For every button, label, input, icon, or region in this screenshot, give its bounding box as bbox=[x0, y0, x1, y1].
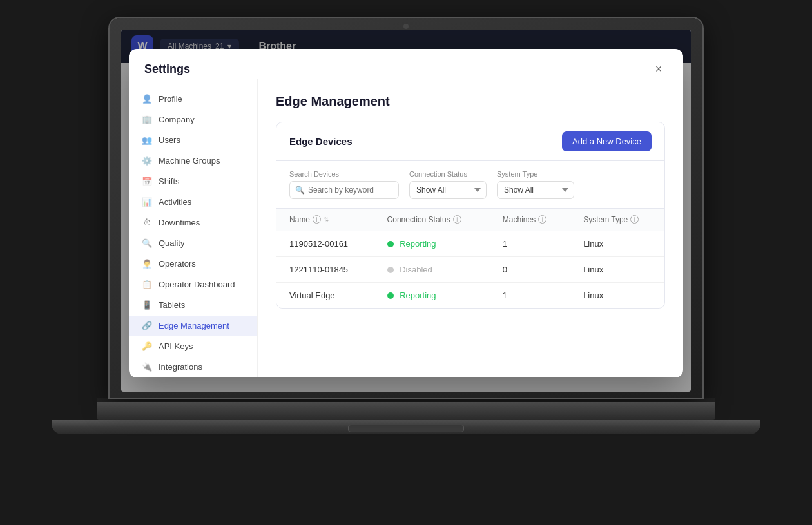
sidebar-item-downtimes[interactable]: ⏱ Downtimes bbox=[129, 213, 257, 233]
cell-machines-0: 1 bbox=[490, 231, 570, 256]
sidebar-icon-downtimes: ⏱ bbox=[142, 218, 152, 228]
sidebar-icon-api-keys: 🔑 bbox=[142, 341, 152, 352]
sidebar-label-company: Company bbox=[159, 115, 195, 124]
modal-body: 👤 Profile 🏢 Company 👥 Users ⚙️ Machine G… bbox=[129, 79, 683, 377]
col-system-type-label: System Type bbox=[583, 215, 628, 224]
sidebar-label-downtimes: Downtimes bbox=[159, 218, 200, 227]
name-info-icon[interactable]: i bbox=[313, 215, 321, 224]
connection-status-select[interactable]: Show All Reporting Disabled bbox=[409, 181, 487, 199]
col-connection-label: Connection Status bbox=[387, 215, 450, 224]
status-label-1: Disabled bbox=[400, 265, 432, 274]
sidebar-item-profile[interactable]: 👤 Profile bbox=[129, 89, 257, 110]
status-dot-0 bbox=[387, 241, 394, 247]
cell-name-2: Virtual Edge bbox=[276, 282, 374, 308]
connection-status-label: Connection Status bbox=[409, 170, 487, 178]
connection-info-icon[interactable]: i bbox=[453, 215, 461, 224]
search-wrapper: 🔍 bbox=[289, 181, 399, 199]
status-label-2: Reporting bbox=[400, 291, 436, 300]
camera-dot bbox=[403, 24, 409, 29]
cell-system-type-1: Linux bbox=[570, 256, 664, 282]
laptop-bottom bbox=[52, 420, 760, 434]
sidebar-icon-operator-dashboard: 📋 bbox=[142, 280, 152, 290]
search-filter-label: Search Devices bbox=[289, 170, 399, 178]
main-content: Edge Management Edge Devices Add a New D… bbox=[258, 79, 683, 377]
sidebar-item-company[interactable]: 🏢 Company bbox=[129, 110, 257, 130]
sidebar-label-api-keys: API Keys bbox=[159, 341, 193, 351]
sidebar-icon-activities: 📊 bbox=[142, 197, 152, 207]
sidebar-icon-shifts: 📅 bbox=[142, 177, 152, 187]
filters-row: Search Devices 🔍 Connection Status bbox=[276, 161, 664, 209]
sidebar-icon-integrations: 🔌 bbox=[142, 362, 152, 372]
modal-header: Settings × bbox=[129, 49, 683, 79]
table-header-row: Name i ⇅ Con bbox=[276, 209, 664, 231]
sidebar-label-integrations: Integrations bbox=[159, 362, 202, 372]
sidebar-item-operators[interactable]: 👨‍💼 Operators bbox=[129, 254, 257, 274]
search-input[interactable] bbox=[289, 181, 399, 199]
screen-area: W All Machines 21 ▾ Brother Settings × bbox=[121, 30, 691, 392]
table-row: 1221110-01845 Disabled 0 Linux bbox=[276, 256, 664, 282]
table-row: Virtual Edge Reporting 1 Linux bbox=[276, 282, 664, 308]
close-button[interactable]: × bbox=[650, 61, 668, 79]
col-connection-status: Connection Status i bbox=[374, 209, 490, 231]
system-type-label: System Type bbox=[497, 170, 574, 178]
cell-system-type-0: Linux bbox=[570, 231, 664, 256]
add-device-button[interactable]: Add a New Device bbox=[562, 131, 652, 151]
laptop-screen-bezel: W All Machines 21 ▾ Brother Settings × bbox=[110, 18, 702, 398]
col-name: Name i ⇅ bbox=[276, 209, 374, 231]
system-type-select[interactable]: Show All Linux Windows bbox=[497, 181, 574, 199]
sidebar-item-api-keys[interactable]: 🔑 API Keys bbox=[129, 336, 257, 357]
sidebar-item-tablets[interactable]: 📱 Tablets bbox=[129, 295, 257, 316]
cell-status-0: Reporting bbox=[374, 231, 490, 256]
trackpad bbox=[348, 425, 464, 432]
laptop-wrapper: W All Machines 21 ▾ Brother Settings × bbox=[52, 18, 760, 508]
cell-name-0: 1190512-00161 bbox=[276, 231, 374, 256]
sidebar-label-tablets: Tablets bbox=[159, 300, 185, 310]
sidebar-icon-users: 👥 bbox=[142, 135, 152, 146]
status-label-0: Reporting bbox=[400, 239, 436, 249]
sidebar-icon-company: 🏢 bbox=[142, 115, 152, 125]
sidebar-label-machine-groups: Machine Groups bbox=[159, 156, 220, 166]
laptop-hinge bbox=[97, 398, 715, 402]
sidebar-item-quality[interactable]: 🔍 Quality bbox=[129, 233, 257, 254]
name-sort-icon[interactable]: ⇅ bbox=[324, 216, 329, 223]
col-system-type: System Type i bbox=[570, 209, 664, 231]
system-type-filter-group: System Type Show All Linux Windows bbox=[497, 170, 574, 199]
cell-machines-1: 0 bbox=[490, 256, 570, 282]
sidebar-label-operator-dashboard: Operator Dashboard bbox=[159, 280, 235, 289]
cell-status-1: Disabled bbox=[374, 256, 490, 282]
table-body: 1190512-00161 Reporting 1 Linux 1221110-… bbox=[276, 231, 664, 308]
table-row: 1190512-00161 Reporting 1 Linux bbox=[276, 231, 664, 256]
col-machines: Machines i bbox=[490, 209, 570, 231]
settings-sidebar: 👤 Profile 🏢 Company 👥 Users ⚙️ Machine G… bbox=[129, 79, 258, 377]
sidebar-label-shifts: Shifts bbox=[159, 177, 180, 186]
laptop-base bbox=[97, 402, 715, 420]
sidebar-item-users[interactable]: 👥 Users bbox=[129, 130, 257, 151]
cell-system-type-2: Linux bbox=[570, 282, 664, 308]
sidebar-label-edge-management: Edge Management bbox=[159, 321, 229, 330]
sidebar-label-activities: Activities bbox=[159, 197, 191, 207]
table-wrapper: Name i ⇅ Con bbox=[276, 209, 664, 308]
sidebar-item-integrations[interactable]: 🔌 Integrations bbox=[129, 357, 257, 377]
main-heading: Edge Management bbox=[276, 94, 665, 109]
card-title: Edge Devices bbox=[289, 136, 353, 147]
search-icon: 🔍 bbox=[295, 186, 305, 195]
status-dot-1 bbox=[387, 267, 394, 273]
sidebar-item-machine-groups[interactable]: ⚙️ Machine Groups bbox=[129, 151, 257, 171]
system-type-info-icon[interactable]: i bbox=[630, 215, 639, 224]
cell-name-1: 1221110-01845 bbox=[276, 256, 374, 282]
cell-machines-2: 1 bbox=[490, 282, 570, 308]
cell-status-2: Reporting bbox=[374, 282, 490, 308]
sidebar-label-profile: Profile bbox=[159, 94, 182, 104]
sidebar-item-edge-management[interactable]: 🔗 Edge Management bbox=[129, 316, 257, 336]
sidebar-icon-operators: 👨‍💼 bbox=[142, 259, 152, 269]
machines-info-icon[interactable]: i bbox=[538, 215, 546, 224]
edge-devices-table: Name i ⇅ Con bbox=[276, 209, 664, 308]
sidebar-item-activities[interactable]: 📊 Activities bbox=[129, 192, 257, 213]
sidebar-icon-edge-management: 🔗 bbox=[142, 321, 152, 331]
sidebar-icon-tablets: 📱 bbox=[142, 300, 152, 310]
modal-overlay: Settings × 👤 Profile 🏢 Company 👥 Users ⚙… bbox=[121, 30, 691, 392]
sidebar-item-operator-dashboard[interactable]: 📋 Operator Dashboard bbox=[129, 274, 257, 295]
sidebar-item-shifts[interactable]: 📅 Shifts bbox=[129, 171, 257, 192]
sidebar-label-users: Users bbox=[159, 135, 180, 145]
search-filter-group: Search Devices 🔍 bbox=[289, 170, 399, 199]
